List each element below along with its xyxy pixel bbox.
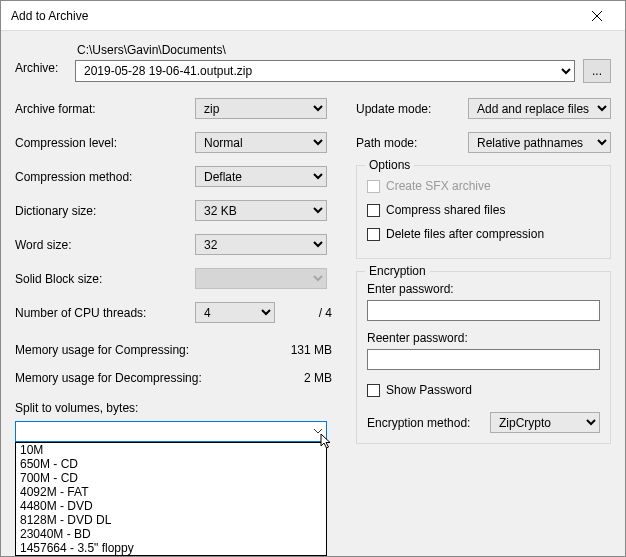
mem-decompress-value: 2 MB (278, 371, 338, 385)
titlebar: Add to Archive (1, 1, 625, 31)
show-password-checkbox[interactable] (367, 384, 380, 397)
archive-path: C:\Users\Gavin\Documents\ (75, 43, 611, 57)
encryption-legend: Encryption (365, 264, 430, 278)
path-mode-select[interactable]: Relative pathnames (468, 132, 611, 153)
archive-format-select[interactable]: zip (195, 98, 327, 119)
compression-method-select[interactable]: Deflate (195, 166, 327, 187)
split-volumes-label: Split to volumes, bytes: (15, 401, 338, 415)
update-mode-label: Update mode: (356, 102, 468, 116)
compression-method-label: Compression method: (15, 170, 195, 184)
word-size-select[interactable]: 32 (195, 234, 327, 255)
delete-after-checkbox[interactable] (367, 228, 380, 241)
delete-after-label: Delete files after compression (386, 227, 544, 241)
split-option[interactable]: 23040M - BD (16, 527, 326, 541)
solid-block-size-label: Solid Block size: (15, 272, 195, 286)
close-icon (592, 11, 602, 21)
enter-password-input[interactable] (367, 300, 600, 321)
split-option[interactable]: 700M - CD (16, 471, 326, 485)
reenter-password-input[interactable] (367, 349, 600, 370)
add-to-archive-dialog: Add to Archive Archive: C:\Users\Gavin\D… (0, 0, 626, 557)
reenter-password-label: Reenter password: (367, 331, 600, 345)
sfx-label: Create SFX archive (386, 179, 491, 193)
archive-filename-combo[interactable]: 2019-05-28 19-06-41.output.zip (75, 60, 575, 82)
split-option[interactable]: 10M (16, 443, 326, 457)
mem-compress-label: Memory usage for Compressing: (15, 343, 278, 357)
close-button[interactable] (577, 2, 617, 30)
encryption-method-label: Encryption method: (367, 416, 484, 430)
compression-level-label: Compression level: (15, 136, 195, 150)
compression-level-select[interactable]: Normal (195, 132, 327, 153)
archive-format-label: Archive format: (15, 102, 195, 116)
show-password-label: Show Password (386, 383, 472, 397)
compress-shared-label: Compress shared files (386, 203, 505, 217)
encryption-group: Encryption Enter password: Reenter passw… (356, 271, 611, 444)
split-option[interactable]: 1457664 - 3.5" floppy (16, 541, 326, 555)
sfx-checkbox (367, 180, 380, 193)
cpu-threads-select[interactable]: 4 (195, 302, 275, 323)
browse-button[interactable]: ... (583, 59, 611, 83)
options-group: Options Create SFX archive Compress shar… (356, 165, 611, 259)
split-option[interactable]: 4092M - FAT (16, 485, 326, 499)
dictionary-size-select[interactable]: 32 KB (195, 200, 327, 221)
split-volumes-combo[interactable] (15, 421, 327, 442)
update-mode-select[interactable]: Add and replace files (468, 98, 611, 119)
path-mode-label: Path mode: (356, 136, 468, 150)
ellipsis-icon: ... (592, 64, 602, 78)
mem-decompress-label: Memory usage for Decompressing: (15, 371, 278, 385)
cpu-threads-total: / 4 (319, 306, 338, 320)
solid-block-size-select (195, 268, 327, 289)
encryption-method-select[interactable]: ZipCrypto (490, 412, 600, 433)
split-option[interactable]: 4480M - DVD (16, 499, 326, 513)
mouse-cursor-icon (320, 433, 336, 451)
word-size-label: Word size: (15, 238, 195, 252)
archive-label: Archive: (15, 43, 75, 75)
split-option[interactable]: 650M - CD (16, 457, 326, 471)
window-title: Add to Archive (11, 9, 577, 23)
compress-shared-checkbox[interactable] (367, 204, 380, 217)
cpu-threads-label: Number of CPU threads: (15, 306, 195, 320)
split-volumes-dropdown: 10M 650M - CD 700M - CD 4092M - FAT 4480… (15, 442, 327, 556)
split-option[interactable]: 8128M - DVD DL (16, 513, 326, 527)
enter-password-label: Enter password: (367, 282, 600, 296)
dictionary-size-label: Dictionary size: (15, 204, 195, 218)
dialog-body: Archive: C:\Users\Gavin\Documents\ 2019-… (1, 31, 625, 556)
options-legend: Options (365, 158, 414, 172)
mem-compress-value: 131 MB (278, 343, 338, 357)
